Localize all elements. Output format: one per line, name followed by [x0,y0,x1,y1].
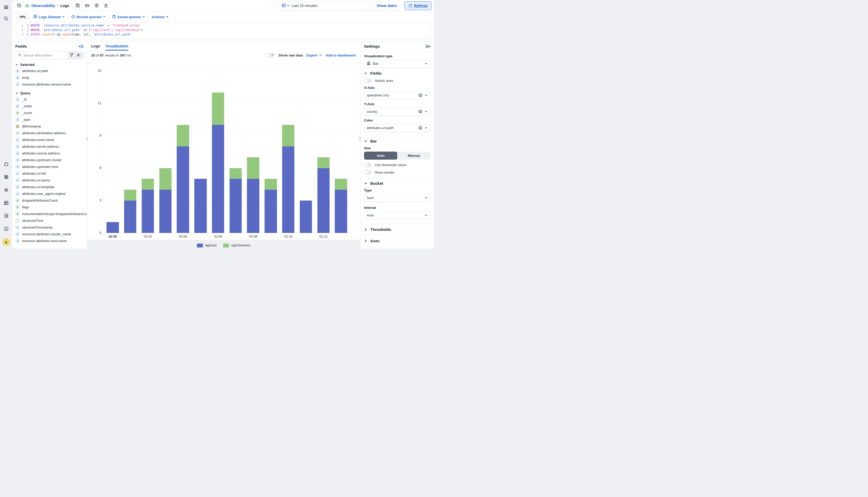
field-group-header[interactable]: Selected [15,63,84,67]
field-search-input[interactable] [23,53,65,57]
history-button[interactable] [15,2,23,10]
accordion-thresholds[interactable]: Thresholds [364,227,430,232]
clear-icon[interactable]: ✕ [418,93,422,97]
add-button[interactable] [92,1,101,10]
show-raw-data-toggle[interactable]: ✕ [265,53,275,58]
field-list-item[interactable]: @timestamp [15,123,84,130]
field-list-item[interactable]: tattributes.upstream.cluster [15,157,84,164]
saved-queries-menu[interactable]: Saved queries [112,15,145,19]
size-option-manual[interactable]: Manual [397,152,430,160]
stacked-bar[interactable] [142,179,154,233]
stacked-bar[interactable] [124,190,136,233]
stacked-bar[interactable] [265,179,277,233]
home-nav-button[interactable] [2,160,10,168]
field-list-item[interactable]: tattributes.server.address [15,143,84,150]
info-nav-button[interactable] [2,225,10,233]
breadcrumb-observability[interactable]: Observability [25,3,55,9]
field-list-item[interactable]: tbody [15,74,84,81]
size-option-auto[interactable]: Auto [364,152,397,160]
clear-icon[interactable]: ✕ [418,126,422,130]
switch-axes-toggle[interactable] [364,79,372,83]
settings-nav-button[interactable] [2,186,10,194]
share-button[interactable] [101,1,110,10]
x-axis-select[interactable]: span(time,1m) ✕ [364,91,430,99]
field-search[interactable] [16,52,67,59]
accordion-fields[interactable]: Fields [364,71,430,75]
field-list-item[interactable]: ?observedTime [15,217,84,224]
fields-panel-resize-handle[interactable] [87,137,88,141]
stacked-bar[interactable] [194,179,207,233]
field-list-item[interactable]: tobservedTimestamp [15,224,84,231]
settings-panel: Settings Visualization type Bar Fields S… [360,41,434,249]
stacked-bar[interactable] [317,157,330,233]
field-list-item[interactable]: tresource.attributes.service.name [15,81,84,88]
color-select[interactable]: attributes.url.path ✕ [364,124,430,132]
field-list-item[interactable]: tattributes.source.address [15,150,84,157]
field-list-item[interactable]: tattributes.user_agent.original [15,190,84,197]
field-list-item[interactable]: tattributes.url.template [15,184,84,190]
apps-nav-button[interactable] [2,173,10,181]
stacked-bar[interactable] [159,168,172,233]
refresh-button[interactable]: Refresh [404,1,431,10]
stacked-bar[interactable] [230,168,242,233]
field-list-item[interactable]: #_score [15,110,84,116]
actions-menu[interactable]: Actions [152,15,169,19]
collapse-settings-panel-button[interactable] [425,44,430,48]
field-list-item[interactable]: tresource.attributes.cluster_name [15,231,84,238]
field-list-item[interactable]: tattributes.url.full [15,170,84,177]
field-list-item[interactable]: tresource.attributes.host.name [15,238,84,244]
settings-panel-resize-handle[interactable] [359,137,361,141]
y-axis-select[interactable]: count() ✕ [364,108,430,116]
add-panel-nav-button[interactable] [2,212,10,220]
field-list-item[interactable]: tattributes.event.name [15,137,84,143]
global-search-button[interactable] [2,15,10,23]
user-avatar[interactable]: a [2,238,10,246]
open-button[interactable] [82,1,92,10]
stacked-bar[interactable] [212,93,224,233]
field-list-item[interactable]: tattributes.upstream.host [15,164,84,170]
save-button[interactable] [73,1,82,10]
field-list-item[interactable]: t_id [15,96,84,103]
field-list-item[interactable]: tattributes.url.path [15,68,84,74]
show-dates-link[interactable]: Show dates [377,4,397,8]
export-menu[interactable]: Export [307,53,322,57]
calendar-dropdown[interactable] [281,3,290,9]
dataset-selector[interactable]: Logs Dataset [33,15,65,19]
stacked-bar[interactable] [300,201,312,233]
accordion-bucket[interactable]: Bucket [364,181,430,186]
field-list-item[interactable]: #flags [15,204,84,211]
field-list-item[interactable]: t_index [15,103,84,110]
collapse-fields-panel-button[interactable] [79,44,84,48]
tab-visualization[interactable]: Visualization [105,44,128,51]
accordion-bar[interactable]: Bar [364,139,430,143]
time-range-picker[interactable]: Last 15 minutes Show dates [278,1,400,10]
tab-logs[interactable]: Logs [91,44,100,51]
legend-item[interactable]: /api/cart [197,244,216,247]
recent-queries-menu[interactable]: Recent queries [71,15,106,19]
accordion-axes[interactable]: Axes [364,238,430,243]
field-list-item[interactable]: #droppedAttributesCount [15,197,84,204]
legend-item[interactable]: /api/checkout [223,244,250,247]
filter-icon[interactable] [70,53,74,58]
dev-tools-nav-button[interactable] [2,199,10,207]
field-list-item[interactable]: #instrumentationScope.droppedAttributesC… [15,211,84,217]
stacked-bar[interactable] [177,125,189,233]
stacked-bar[interactable] [335,179,347,233]
field-group-header[interactable]: Query [15,91,84,95]
query-editor[interactable]: 1| WHERE `resource.attributes.service.na… [16,22,431,39]
stacked-bar[interactable] [282,125,294,233]
menu-button[interactable] [2,4,10,11]
query-language-badge[interactable]: PPL [16,14,30,20]
stacked-bar[interactable] [106,222,119,233]
clear-icon[interactable]: ✕ [418,110,422,113]
viz-type-select[interactable]: Bar [364,60,430,68]
use-threshold-colors-toggle[interactable] [364,163,372,167]
field-list-item[interactable]: tattributes.url.query [15,177,84,184]
bucket-interval-select[interactable]: Auto [364,211,430,219]
field-list-item[interactable]: t_type [15,116,84,123]
show-border-toggle[interactable] [364,170,372,175]
add-to-dashboard-link[interactable]: Add to dashboard [326,53,356,57]
stacked-bar[interactable] [247,157,259,233]
bucket-type-select[interactable]: Sum [364,194,430,202]
field-list-item[interactable]: tattributes.destination.address [15,130,84,137]
